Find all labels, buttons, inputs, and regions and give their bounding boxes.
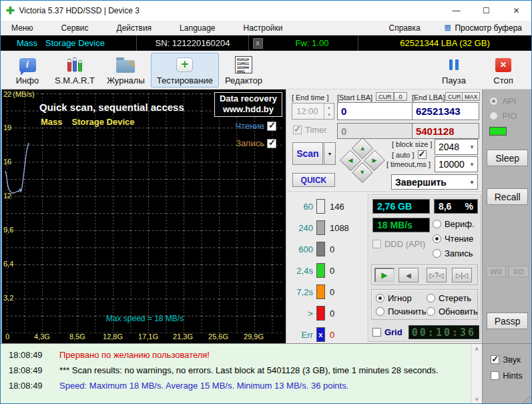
test-control-panel: [ End time ] 12:00 ▲ ▼ Timer [Start LBA]… (286, 89, 482, 343)
info-icon: i (19, 58, 36, 72)
testing-button[interactable]: + Тестирование (151, 53, 219, 87)
on-end-action-combo[interactable]: Завершить ▾ (391, 174, 478, 190)
play-button[interactable]: ▶ (374, 268, 394, 282)
watermark-line2: www.hdd.by (220, 104, 277, 115)
start-cur-button[interactable]: CUR (376, 92, 394, 101)
mode-verify-option[interactable]: Вериф. (433, 219, 475, 229)
log-side-panel: Звук Hints (482, 343, 531, 404)
verify-label: Вериф. (445, 219, 475, 229)
ignore-radio[interactable] (376, 294, 384, 302)
stop-button[interactable]: ✕ Стоп (482, 53, 525, 87)
read-radio[interactable] (433, 234, 441, 243)
action-repair-option[interactable]: Починить (376, 307, 427, 317)
scan-button[interactable]: Scan (292, 142, 323, 165)
rd-button[interactable]: RD (509, 266, 529, 277)
resize-grip[interactable] (522, 395, 531, 404)
read-label: Чтение (445, 234, 473, 244)
menu-item-service[interactable]: Сервис (54, 22, 95, 34)
block-size-combo[interactable]: 2048 ▾ (435, 139, 478, 155)
y-axis-unit: (MB/s) (13, 90, 34, 98)
timeout-value: 10000 (439, 159, 465, 170)
menu-item-menu[interactable]: Меню (5, 22, 39, 34)
scan-dropdown-button[interactable]: ▾ (324, 142, 336, 165)
grid-checkbox[interactable] (372, 328, 381, 337)
menu-item-settings[interactable]: Настройки (237, 22, 290, 34)
window-title: Victoria 5.37 HDD/SSD | Device 3 (19, 6, 140, 15)
timer-row: Timer (293, 125, 327, 135)
action-refresh-option[interactable]: Обновить (427, 307, 478, 317)
mode-write-option[interactable]: Запись (433, 248, 473, 258)
auto-checkbox[interactable] (418, 150, 427, 159)
bin-label: Err (289, 330, 313, 340)
action-ignore-option[interactable]: Игнор (376, 293, 412, 303)
wr-button[interactable]: WR (486, 266, 506, 277)
spin-up-icon[interactable]: ▲ (324, 104, 334, 112)
bin-count: 0 (330, 266, 334, 276)
smart-button[interactable]: S.M.A.R.T (49, 53, 101, 87)
seek-test-button[interactable]: ▷?◁ (427, 268, 447, 282)
passp-button[interactable]: Passp (487, 313, 528, 329)
ddd-checkbox[interactable] (372, 240, 381, 248)
maximize-icon[interactable]: ☐ (471, 1, 501, 21)
scroll-down-icon[interactable]: ˅ (471, 394, 482, 404)
rewind-button[interactable]: ◀ (398, 268, 419, 282)
pio-radio[interactable] (489, 112, 498, 120)
api-radio[interactable] (489, 97, 498, 106)
end-max-button[interactable]: MAX (462, 92, 481, 101)
mode-read-option[interactable]: Чтение (433, 234, 473, 244)
stop-icon: ✕ (495, 58, 511, 72)
grid-row: Grid (372, 327, 403, 337)
end-time-spinner[interactable]: 12:00 ▲ ▼ (292, 103, 334, 120)
device-serial: SN: 121220160204 (137, 35, 249, 51)
bin-swatch (316, 306, 325, 321)
erase-radio[interactable] (427, 294, 435, 302)
timeout-combo[interactable]: 10000 ▾ (435, 156, 478, 172)
serial-hide-button[interactable]: x (253, 38, 263, 49)
editor-button[interactable]: 010110 110011 101000 0001 Редактор (219, 53, 268, 87)
repair-radio[interactable] (376, 307, 384, 316)
device-info-bar: Mass Storage Device SN: 121220160204 x F… (1, 35, 531, 51)
recall-button[interactable]: Recall (487, 188, 528, 205)
info-button[interactable]: i Инфо (6, 53, 49, 87)
log-panel[interactable]: 18:08:49 Прервано по желанию пользовател… (1, 343, 482, 404)
spin-down-icon[interactable]: ▼ (324, 112, 334, 120)
end-cur-button[interactable]: CUR (445, 92, 464, 101)
edge-seek-button[interactable]: ▷|◁ (452, 268, 472, 282)
sleep-button[interactable]: Sleep (487, 150, 528, 166)
menu-item-help[interactable]: Справка (382, 22, 427, 34)
refresh-radio[interactable] (427, 307, 435, 316)
device-product: Storage Device (45, 38, 105, 48)
start-lba-input[interactable]: 0 (337, 102, 423, 120)
data-read-display: 2,76 GB (372, 199, 430, 214)
journals-button[interactable]: ✎ Журналы (101, 53, 151, 87)
write-curve-checkbox[interactable] (267, 139, 276, 148)
timer-checkbox[interactable] (293, 126, 302, 134)
log-message: *** Scan results: no warnings, no errors… (59, 365, 439, 375)
sound-checkbox[interactable] (491, 355, 499, 364)
end-lba-input[interactable]: 62521343 (412, 102, 479, 120)
side-strip: API PIO Sleep Recall WR RD Passp (482, 89, 531, 343)
pause-button[interactable]: Пауза (433, 53, 475, 87)
api-label: API (502, 96, 516, 106)
menu-item-language[interactable]: Language (173, 22, 222, 34)
log-scrollbar[interactable]: ˄ ˅ (471, 344, 482, 404)
read-curve-label: Чтение (236, 121, 264, 131)
verify-radio[interactable] (433, 220, 441, 228)
scroll-up-icon[interactable]: ˄ (471, 344, 482, 355)
quick-button[interactable]: QUICK (292, 173, 335, 187)
start-lba-secondary-input[interactable]: 0 (337, 123, 423, 139)
write-radio[interactable] (433, 249, 441, 258)
scrollbar-track[interactable] (471, 355, 482, 394)
menu-item-actions[interactable]: Действия (110, 22, 159, 34)
defect-action-group: Игнор Стереть Починить Обновить (371, 289, 478, 320)
percent-unit: % (465, 201, 473, 212)
device-model[interactable]: Mass Storage Device (1, 35, 137, 51)
minimize-icon[interactable]: — (441, 1, 471, 21)
bin-row-240: 240 1088 (289, 219, 365, 236)
start-zero-button[interactable]: 0 (394, 92, 407, 101)
read-curve-checkbox[interactable] (267, 122, 276, 131)
hints-checkbox[interactable] (491, 371, 499, 380)
buffer-view-button[interactable]: ≣ Просмотр буфера (442, 21, 525, 34)
close-icon[interactable]: ✕ (501, 1, 531, 21)
action-erase-option[interactable]: Стереть (427, 293, 471, 303)
